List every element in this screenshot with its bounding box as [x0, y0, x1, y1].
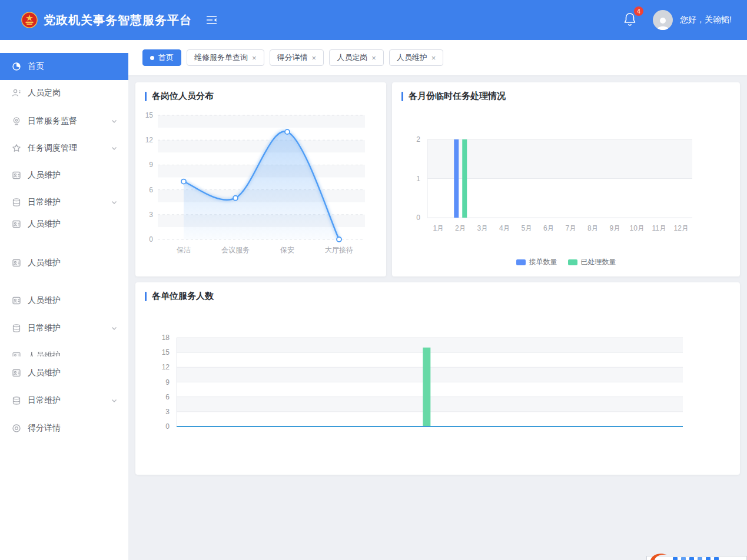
sidebar-item-label: 日常维护 [28, 197, 61, 208]
active-tab-dot-icon [150, 56, 154, 60]
svg-text:保安: 保安 [280, 246, 294, 254]
sidebar-item-label: 任务调度管理 [28, 143, 77, 154]
tab-label: 得分详情 [277, 52, 308, 63]
chevron-down-icon [111, 325, 118, 332]
svg-text:15: 15 [162, 348, 170, 356]
svg-text:3: 3 [149, 211, 153, 219]
svg-text:1: 1 [416, 175, 420, 183]
user-avatar[interactable] [653, 10, 673, 30]
dashboard-icon [12, 62, 21, 71]
user-greeting: 您好，关翰韬! [680, 15, 732, 25]
notification-badge: 4 [634, 6, 643, 16]
sidebar-item-7[interactable]: 人员维护 [0, 211, 128, 238]
svg-text:会议服务: 会议服务 [221, 246, 250, 254]
svg-text:12: 12 [162, 363, 170, 371]
sidebar-item-3[interactable]: 日常服务监督 [0, 108, 128, 135]
monitor-icon [12, 116, 21, 126]
svg-text:11月: 11月 [652, 224, 666, 232]
svg-text:保洁: 保洁 [177, 246, 191, 254]
chevron-down-icon [111, 118, 118, 125]
sidebar-item-1[interactable]: 首页 [0, 53, 128, 80]
sidebar: 首页人员定岗日常服务监督任务调度管理人员维护日常维护人员维护人员维护人员维护日常… [0, 40, 128, 560]
sidebar-item-2[interactable]: 人员定岗 [0, 79, 128, 106]
tab-label: 人员维护 [397, 52, 427, 63]
tab-3[interactable]: 得分详情× [270, 49, 324, 66]
score-icon [12, 424, 21, 433]
svg-text:1月: 1月 [433, 224, 444, 232]
star-icon [12, 144, 21, 153]
tab-label: 人员定岗 [337, 52, 367, 63]
sidebar-item-label: 人员维护 [28, 351, 61, 356]
tab-4[interactable]: 人员定岗× [329, 49, 384, 66]
sidebar-item-label: 人员维护 [28, 368, 61, 378]
title-marker [145, 92, 147, 101]
sidebar-item-label: 首页 [28, 61, 44, 72]
layers-icon [12, 198, 21, 207]
sidebar-item-4[interactable]: 任务调度管理 [0, 135, 128, 162]
id-card-icon [12, 171, 21, 180]
svg-text:2月: 2月 [455, 224, 466, 232]
sidebar-item-label: 人员维护 [28, 258, 61, 268]
svg-text:12: 12 [145, 136, 154, 144]
title-marker [401, 92, 403, 101]
svg-text:6: 6 [149, 186, 153, 194]
sidebar-item-8[interactable]: 人员维护 [0, 249, 128, 276]
tab-1[interactable]: 首页 [142, 49, 181, 66]
app-header: 党政机关事务智慧服务平台 4 您好，关翰韬! [0, 0, 747, 40]
menu-fold-icon[interactable] [206, 15, 217, 27]
svg-text:12月: 12月 [674, 224, 689, 232]
app-title: 党政机关事务智慧服务平台 [44, 0, 192, 40]
legend-label: 已处理数量 [581, 257, 616, 267]
svg-text:18: 18 [162, 334, 170, 342]
chart-legend: 接单数量已处理数量 [392, 257, 740, 267]
svg-text:15: 15 [145, 111, 154, 119]
layers-icon [12, 324, 21, 333]
toolbar-icons-partial [673, 557, 719, 560]
legend-item-1[interactable]: 接单数量 [516, 257, 557, 267]
sidebar-item-label: 得分详情 [28, 423, 61, 434]
sidebar-item-9[interactable]: 人员维护 [0, 287, 128, 314]
legend-swatch [516, 259, 526, 265]
unit-service-chart: 0369121518 [135, 282, 740, 475]
card-unit-service: 各单位服务人数 0369121518 [135, 282, 740, 475]
sidebar-item-14[interactable]: 得分详情 [0, 415, 128, 442]
sidebar-item-13[interactable]: 日常维护 [0, 387, 128, 414]
svg-text:8月: 8月 [587, 224, 599, 232]
post-distribution-chart: 03691215保洁会议服务保安大厅接待 [135, 82, 386, 276]
title-marker [145, 292, 147, 301]
tab-5[interactable]: 人员维护× [389, 49, 444, 66]
user-post-icon [12, 88, 21, 98]
sidebar-item-label: 人员维护 [28, 170, 61, 181]
svg-text:9: 9 [165, 378, 170, 386]
card-title-text: 各月份临时任务处理情况 [409, 91, 506, 102]
svg-text:6月: 6月 [543, 224, 555, 232]
id-card-icon [12, 219, 21, 229]
close-tab-icon[interactable]: × [431, 54, 436, 62]
national-emblem-logo [21, 12, 38, 28]
layers-icon [12, 396, 21, 405]
tab-label: 首页 [158, 52, 174, 63]
svg-text:10月: 10月 [630, 224, 645, 232]
card-post-distribution: 各岗位人员分布 03691215保洁会议服务保安大厅接待 [135, 82, 386, 276]
floating-toolbar[interactable] [646, 556, 747, 560]
legend-item-2[interactable]: 已处理数量 [568, 257, 616, 267]
sidebar-item-clipped: 人员维护 [0, 347, 128, 356]
chevron-down-icon [111, 199, 118, 206]
monthly-tasks-chart: 0121月2月3月4月5月6月7月8月9月10月11月12月 [392, 82, 740, 276]
sidebar-item-10[interactable]: 日常维护 [0, 315, 128, 342]
svg-text:3: 3 [165, 408, 170, 416]
sidebar-item-11[interactable]: 人员维护 [0, 347, 128, 356]
tab-2[interactable]: 维修服务单查询× [187, 49, 264, 66]
close-tab-icon[interactable]: × [252, 54, 257, 62]
svg-text:6: 6 [165, 393, 170, 401]
sidebar-item-5[interactable]: 人员维护 [0, 162, 128, 189]
sidebar-item-12[interactable]: 人员维护 [0, 359, 128, 386]
close-tab-icon[interactable]: × [312, 54, 317, 62]
svg-text:0: 0 [165, 422, 170, 431]
card-title: 各月份临时任务处理情况 [401, 91, 506, 102]
notification-bell-icon[interactable]: 4 [623, 12, 636, 28]
svg-text:0: 0 [149, 235, 153, 244]
id-card-icon [12, 296, 21, 305]
svg-text:5月: 5月 [521, 224, 532, 232]
close-tab-icon[interactable]: × [371, 54, 376, 62]
